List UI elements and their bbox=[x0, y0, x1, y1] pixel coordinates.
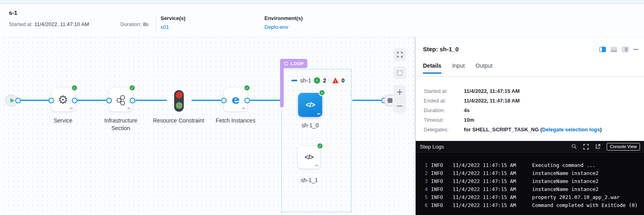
zoom-in-button[interactable]: + bbox=[393, 85, 406, 99]
log-level: INFO bbox=[431, 162, 449, 168]
open-in-new-tab-icon[interactable] bbox=[595, 144, 601, 149]
detail-value: for SHELL_SCRIPT_TASK_NG (Delegate selec… bbox=[464, 127, 602, 133]
search-icon[interactable] bbox=[571, 144, 577, 149]
success-count: 2 bbox=[323, 77, 326, 84]
log-message: instanceName instance2 bbox=[532, 186, 599, 192]
connector-dot bbox=[49, 98, 54, 103]
node-resource-constraint[interactable] bbox=[174, 90, 184, 112]
connector-dot bbox=[221, 98, 227, 103]
environment-link[interactable]: Deplo-env bbox=[264, 24, 288, 30]
execution-screen: s-1 Started at: 11/4/2022, 11:47:10 AM D… bbox=[0, 0, 644, 215]
node-sh-1-0[interactable]: </> ✓ </> bbox=[298, 93, 322, 117]
node-label-infrastructure: Infrastructure Section bbox=[95, 117, 147, 132]
header-divider bbox=[156, 14, 156, 32]
zoom-out-button[interactable]: − bbox=[393, 99, 406, 113]
pipeline-graph-canvas[interactable]: ⚙ ✓ </> Service ✓ </> Infrastructure Sec… bbox=[0, 37, 414, 215]
detail-label: Started at: bbox=[424, 88, 464, 94]
layout-minimized-view-icon[interactable] bbox=[622, 47, 628, 52]
node-service[interactable]: ⚙ ✓ </> bbox=[51, 88, 75, 111]
log-message: instanceName instance2 bbox=[532, 178, 599, 184]
hexagons-icon bbox=[115, 94, 127, 106]
started-at-row: Started at: 11/4/2022, 11:47:10 AM bbox=[9, 21, 89, 27]
tab-output[interactable]: Output bbox=[475, 62, 492, 74]
node-fetch-instances[interactable]: e ✓ </> bbox=[224, 88, 247, 111]
log-line: 2 INFO 11/4/2022 11:47:15 AM instanceNam… bbox=[416, 169, 644, 177]
layout-bottom-view-icon[interactable] bbox=[611, 47, 617, 52]
log-message: Command completed with ExitCode (0) bbox=[532, 202, 638, 208]
fullscreen-icon bbox=[397, 52, 403, 58]
code-mini-icon: </> bbox=[315, 164, 318, 167]
tab-details[interactable]: Details bbox=[423, 62, 441, 74]
loop-group-header: sh-1 ✓ 2 ! 0 bbox=[291, 77, 345, 84]
node-label-sh-1-0: sh-1_0 bbox=[284, 122, 336, 129]
success-badge-icon: ✓ bbox=[244, 84, 250, 91]
success-badge-icon: ✓ bbox=[71, 84, 78, 91]
node-sh-1-1[interactable]: </> ✓ </> bbox=[298, 146, 320, 169]
canvas-fullscreen-button[interactable] bbox=[393, 48, 406, 61]
gear-icon: ⚙ bbox=[58, 94, 68, 106]
stop-icon bbox=[388, 98, 392, 103]
log-timestamp: 11/4/2022 11:47:15 AM bbox=[453, 194, 527, 200]
canvas-select-button[interactable] bbox=[393, 66, 406, 79]
duration-value: 8s bbox=[143, 21, 148, 27]
log-level: INFO bbox=[431, 202, 449, 208]
detail-label: Timeout: bbox=[424, 117, 464, 123]
log-timestamp: 11/4/2022 11:47:15 AM bbox=[453, 178, 527, 184]
minimize-panel-icon[interactable] bbox=[633, 49, 638, 50]
panel-tabs: Details Input Output bbox=[423, 62, 492, 74]
delegate-selection-logs-link[interactable]: Delegate selection logs bbox=[542, 127, 600, 133]
edge bbox=[19, 100, 49, 101]
log-line: 6 INFO 11/4/2022 11:47:15 AM Command com… bbox=[416, 201, 644, 209]
node-infrastructure[interactable]: ✓ </> bbox=[109, 88, 132, 111]
node-label-service: Service bbox=[37, 117, 89, 125]
connector-dot bbox=[130, 98, 135, 103]
failure-count-icon: ! bbox=[332, 78, 339, 83]
loop-group-name: sh-1 bbox=[300, 77, 311, 84]
execution-header: s-1 Started at: 11/4/2022, 11:47:10 AM D… bbox=[0, 4, 644, 37]
main-area: ⚙ ✓ </> Service ✓ </> Infrastructure Sec… bbox=[0, 37, 644, 215]
success-badge-icon: ✓ bbox=[317, 143, 323, 149]
failure-count: 0 bbox=[341, 77, 345, 84]
success-badge-icon: ✓ bbox=[129, 84, 136, 91]
detail-value: 11/4/2022, 11:47:18 AM bbox=[464, 98, 520, 104]
service-link[interactable]: s01 bbox=[160, 24, 169, 30]
step-logs-body[interactable]: 1 INFO 11/4/2022 11:47:15 AM Executing c… bbox=[416, 153, 644, 215]
success-badge-icon: ✓ bbox=[319, 89, 325, 96]
step-logs-title: Step Logs bbox=[420, 144, 444, 150]
layout-right-view-icon[interactable] bbox=[599, 47, 606, 52]
connector-dot bbox=[106, 98, 112, 103]
pipeline-name: s-1 bbox=[9, 10, 17, 16]
tab-input[interactable]: Input bbox=[452, 62, 465, 74]
log-message: Executing command ... bbox=[532, 162, 595, 168]
edge bbox=[77, 100, 106, 101]
panel-layout-toggles bbox=[599, 47, 638, 52]
detail-row-started: Started at: 11/4/2022, 11:47:15 AM bbox=[424, 86, 641, 96]
tabs-divider bbox=[416, 76, 644, 76]
expand-logs-icon[interactable] bbox=[583, 144, 589, 150]
detail-row-ended: Ended at: 11/4/2022, 11:47:18 AM bbox=[424, 96, 641, 105]
play-icon bbox=[10, 98, 14, 103]
detail-row-timeout: Timeout: 10m bbox=[424, 115, 641, 125]
loop-group-box bbox=[281, 69, 351, 212]
success-count-icon: ✓ bbox=[314, 77, 320, 84]
step-logs-section: Step Logs bbox=[416, 141, 644, 215]
console-view-button[interactable]: Console View bbox=[607, 143, 640, 151]
step-panel-title: Step: sh-1_0 bbox=[423, 46, 459, 52]
collapse-icon[interactable] bbox=[291, 80, 297, 81]
log-line: 4 INFO 11/4/2022 11:47:15 AM instanceNam… bbox=[416, 185, 644, 193]
detail-value: 10m bbox=[464, 117, 474, 123]
edge bbox=[191, 100, 221, 101]
step-logs-header: Step Logs bbox=[416, 141, 644, 153]
traffic-light-green-icon bbox=[176, 102, 183, 109]
log-message: instanceName instance2 bbox=[532, 170, 599, 176]
shell-script-icon: </> bbox=[305, 153, 313, 161]
log-timestamp: 11/4/2022 11:47:15 AM bbox=[453, 186, 527, 192]
shell-script-icon: </> bbox=[305, 101, 315, 109]
log-timestamp: 11/4/2022 11:47:15 AM bbox=[453, 202, 527, 208]
top-strip bbox=[0, 0, 644, 4]
harness-cd-icon: e bbox=[232, 94, 240, 106]
code-mini-icon: </> bbox=[69, 106, 73, 110]
count-separator bbox=[329, 78, 329, 84]
connector-dot bbox=[244, 98, 250, 103]
step-logs-actions: Console View bbox=[571, 143, 640, 151]
